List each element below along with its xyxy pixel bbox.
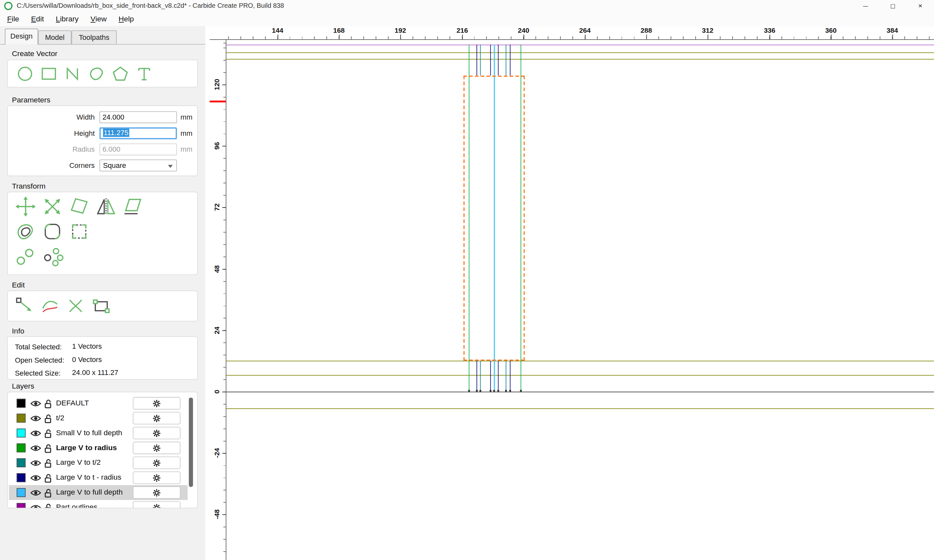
vector-line-olive[interactable] <box>227 59 934 60</box>
vector-line-axis[interactable] <box>227 392 934 392</box>
height-input[interactable]: 111.275 <box>100 128 177 139</box>
layer-settings-button[interactable] <box>133 427 180 440</box>
polyline-tool-icon[interactable] <box>64 65 82 83</box>
tab-model[interactable]: Model <box>38 31 72 45</box>
vector-line-navy[interactable] <box>476 361 477 392</box>
layer-row-default[interactable]: DEFAULT <box>9 396 188 411</box>
unlock-icon[interactable] <box>44 503 52 508</box>
curve-tool-icon[interactable] <box>88 65 105 83</box>
unlock-icon[interactable] <box>44 488 52 497</box>
selection-rectangle[interactable] <box>464 75 525 361</box>
minimize-button[interactable]: — <box>852 0 879 12</box>
vector-line-teal[interactable] <box>480 45 481 76</box>
trim-tool-icon[interactable] <box>66 297 85 315</box>
trace-tool-icon[interactable] <box>68 221 90 242</box>
eye-icon[interactable] <box>31 474 41 482</box>
layer-settings-button[interactable] <box>133 412 180 425</box>
unlock-icon[interactable] <box>44 399 52 408</box>
unlock-icon[interactable] <box>44 428 52 438</box>
unlock-icon[interactable] <box>44 414 52 423</box>
layer-row-large-v-radius[interactable]: Large V to radius <box>9 440 188 455</box>
circular-array-tool-icon[interactable] <box>40 247 64 267</box>
layer-settings-button[interactable] <box>133 472 180 484</box>
vector-line-teal[interactable] <box>506 45 506 76</box>
vector-line-part-outline[interactable] <box>227 45 934 45</box>
ruler-label: 24 <box>213 327 220 334</box>
layer-row-large-v-full-depth[interactable]: Large V to full depth <box>9 485 188 500</box>
unlock-icon[interactable] <box>44 443 52 453</box>
vector-line-navy[interactable] <box>510 361 510 392</box>
menu-library[interactable]: Library <box>50 12 85 26</box>
close-button[interactable]: ✕ <box>907 0 934 12</box>
layer-settings-button[interactable] <box>133 457 180 469</box>
vector-line-navy[interactable] <box>490 361 491 392</box>
unlock-icon[interactable] <box>44 473 52 483</box>
fair-curve-tool-icon[interactable] <box>40 297 60 315</box>
menu-view[interactable]: View <box>85 12 113 26</box>
layer-row-t2[interactable]: t/2 <box>9 411 188 426</box>
eye-icon[interactable] <box>31 430 41 437</box>
linear-array-tool-icon[interactable] <box>15 247 35 267</box>
layer-settings-button[interactable] <box>133 502 180 508</box>
menu-edit[interactable]: Edit <box>25 12 49 26</box>
align-tool-icon[interactable] <box>122 196 144 217</box>
eye-icon[interactable] <box>31 460 41 467</box>
layer-settings-button[interactable] <box>133 397 180 410</box>
move-tool-icon[interactable] <box>15 196 36 217</box>
layer-color-swatch[interactable] <box>17 458 26 467</box>
ruler-tick <box>277 35 278 40</box>
layer-color-swatch[interactable] <box>17 473 26 482</box>
layer-color-swatch[interactable] <box>17 399 26 408</box>
eye-icon[interactable] <box>31 415 41 422</box>
menu-file[interactable]: File <box>1 12 25 26</box>
selected-size-label: Selected Size: <box>15 369 61 377</box>
width-input[interactable]: 24.000 <box>100 111 177 123</box>
vector-line-navy[interactable] <box>490 45 491 76</box>
layer-row-large-v-t2[interactable]: Large V to t/2 <box>9 455 188 470</box>
layers-scrollbar-thumb[interactable] <box>189 398 193 487</box>
design-canvas[interactable]: 144 168 192 216 240 264 288 312 336 360 … <box>206 26 934 560</box>
join-vectors-tool-icon[interactable] <box>92 297 111 315</box>
layer-color-swatch[interactable] <box>17 488 26 497</box>
layer-row-part-outlines[interactable]: Part outlines <box>9 500 188 508</box>
tab-toolpaths[interactable]: Toolpaths <box>71 31 117 45</box>
eye-icon[interactable] <box>31 400 41 407</box>
rectangle-tool-icon[interactable] <box>40 65 58 83</box>
fillet-tool-icon[interactable] <box>42 221 63 242</box>
corners-select[interactable]: Square <box>100 160 177 171</box>
layer-color-swatch[interactable] <box>17 428 26 437</box>
vector-line-teal[interactable] <box>480 361 481 392</box>
layer-row-large-v-t-radius[interactable]: Large V to t - radius <box>9 470 188 485</box>
vector-line-navy[interactable] <box>498 45 499 76</box>
vector-line-navy[interactable] <box>476 45 477 76</box>
layer-color-swatch[interactable] <box>17 503 26 508</box>
offset-tool-icon[interactable] <box>15 221 36 242</box>
eye-icon[interactable] <box>31 504 41 508</box>
polygon-tool-icon[interactable] <box>111 65 129 83</box>
eye-icon[interactable] <box>31 489 41 497</box>
circle-tool-icon[interactable] <box>16 65 34 83</box>
vector-line-olive[interactable] <box>227 408 934 409</box>
maximize-button[interactable]: □ <box>879 0 906 12</box>
eye-icon[interactable] <box>31 445 41 452</box>
scale-tool-icon[interactable] <box>42 196 63 217</box>
layer-row-small-v-full-depth[interactable]: Small V to full depth <box>9 426 188 440</box>
layer-color-swatch[interactable] <box>17 443 26 452</box>
vector-line-olive[interactable] <box>227 52 934 53</box>
layer-settings-button[interactable] <box>133 486 180 499</box>
vector-line-navy[interactable] <box>510 45 510 76</box>
tab-design[interactable]: Design <box>5 29 38 45</box>
unlock-icon[interactable] <box>44 458 52 468</box>
layer-settings-button[interactable] <box>133 442 180 454</box>
ruler-label: 120 <box>213 79 220 90</box>
vector-line-teal[interactable] <box>506 361 506 392</box>
menu-help[interactable]: Help <box>113 12 140 26</box>
text-tool-icon[interactable] <box>135 65 153 83</box>
vector-line-olive[interactable] <box>227 375 934 375</box>
vector-line-olive[interactable] <box>227 361 934 362</box>
node-edit-tool-icon[interactable] <box>15 297 34 315</box>
mirror-tool-icon[interactable] <box>96 196 117 217</box>
vector-line-navy[interactable] <box>498 361 499 392</box>
layer-color-swatch[interactable] <box>17 414 26 423</box>
rotate-tool-icon[interactable] <box>68 196 90 217</box>
